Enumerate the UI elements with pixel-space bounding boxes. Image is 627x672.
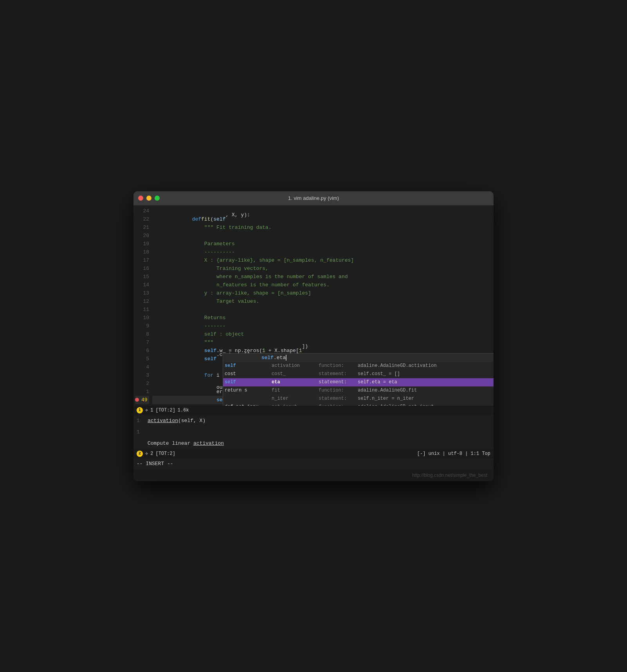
ln-10: 10 — [135, 314, 149, 322]
ln-8: 8 — [135, 330, 149, 338]
ln-12: 12 — [135, 297, 149, 305]
ac-item-2[interactable]: cost cost_ statement: self.cost_ = [] — [223, 370, 494, 378]
code-line-21: """ Fit training data. — [152, 223, 494, 232]
preview-activation-2: activation — [193, 440, 224, 446]
ln-49-active: 49 — [135, 396, 149, 404]
ac-item-6[interactable]: def net_inpu net_input function: adaline… — [223, 403, 494, 406]
maximize-button[interactable] — [155, 196, 160, 201]
ln-18: 18 — [135, 248, 149, 256]
status-bar-1: 1 ❖ 1 [TOT:2] 1.6k — [133, 406, 494, 415]
status-diamond-2: ❖ — [145, 451, 148, 456]
status-bar-2: 2 ❖ 2 [TOT:2] [-] unix | utf-8 | 1:1 Top — [133, 449, 494, 458]
ln-5: 5 — [135, 355, 149, 363]
status-tot-1: [TOT:2] — [155, 408, 175, 413]
ln-3: 3 — [135, 371, 149, 379]
insert-bar: -- INSERT -- — [133, 458, 494, 469]
ac-item-5[interactable]: n_iter statement: self.n_iter = n_iter — [223, 395, 494, 403]
ln-16: 16 — [135, 264, 149, 273]
status-right: [-] unix | utf-8 | 1:1 Top — [417, 451, 490, 456]
ln-14: 14 — [135, 281, 149, 289]
ln-7: 7 — [135, 338, 149, 347]
ln-24: 24 — [135, 207, 149, 215]
ln-19: 19 — [135, 240, 149, 248]
status-size-1: 1.6k — [178, 408, 189, 413]
ln-1: 1 — [135, 388, 149, 396]
editor-area: 24 22 21 20 19 18 17 16 15 14 13 12 11 1… — [133, 205, 494, 406]
ac-item-3-selected[interactable]: self eta statement: self.eta = eta — [223, 378, 494, 386]
preview-text-1: activation(self, X) — [148, 417, 205, 425]
window-title: 1. vim adaline.py (vim) — [288, 195, 339, 201]
watermark-url: http://blog.csdn.net/simple_the_best — [412, 473, 487, 478]
preview-area-1: 1 activation(self, X) — [133, 415, 494, 426]
ln-6: 6 — [135, 347, 149, 355]
ac-item-4[interactable]: return s fit function: adaline.AdalineGD… — [223, 386, 494, 395]
ln-22: 22 — [135, 215, 149, 223]
preview-text-2: Compute linear activation — [148, 439, 224, 447]
line-numbers: 24 22 21 20 19 18 17 16 15 14 13 12 11 1… — [133, 205, 152, 406]
close-button[interactable] — [138, 196, 143, 201]
code-line-24 — [152, 207, 494, 215]
ac-item-1[interactable]: self activation function: adaline.Adalin… — [223, 362, 494, 370]
vim-window: 1. vim adaline.py (vim) 24 22 21 20 19 1… — [133, 191, 494, 481]
ln-9: 9 — [135, 322, 149, 330]
code-area[interactable]: def fit(self, X, y): """ Fit training da… — [152, 205, 494, 406]
status-label-2: 2 — [150, 451, 153, 456]
ln-21: 21 — [135, 223, 149, 232]
status-encoding: [-] unix | utf-8 | 1:1 Top — [417, 451, 490, 456]
preview-ln-2 — [137, 439, 144, 447]
code-line-12: Target values. — [152, 297, 494, 305]
watermark: http://blog.csdn.net/simple_the_best — [133, 469, 494, 481]
titlebar: 1. vim adaline.py (vim) — [133, 191, 494, 205]
preview-ln-blank: 1 — [137, 428, 144, 436]
ln-13: 13 — [135, 289, 149, 297]
ln-20: 20 — [135, 232, 149, 240]
preview-area-2: Compute linear activation — [133, 438, 494, 449]
traffic-lights — [138, 196, 160, 201]
ln-11: 11 — [135, 305, 149, 314]
status-badge-1: 1 — [137, 407, 143, 413]
autocomplete-popup[interactable]: self.eta self activation function: adali… — [223, 353, 494, 406]
preview-ln-1: 1 — [137, 417, 144, 425]
preview-area-blank: 1 — [133, 426, 494, 438]
ln-4: 4 — [135, 363, 149, 371]
red-dot — [135, 398, 139, 402]
preview-activation: activation — [148, 418, 178, 424]
status-tot-2: [TOT:2] — [155, 451, 175, 456]
ln-2: 2 — [135, 379, 149, 388]
ln-17: 17 — [135, 256, 149, 264]
status-diamond-1: ❖ — [145, 407, 148, 413]
status-label-1: 1 — [150, 408, 153, 413]
insert-mode-label: -- INSERT -- — [137, 461, 173, 467]
status-badge-2: 2 — [137, 451, 143, 457]
ln-15: 15 — [135, 273, 149, 281]
minimize-button[interactable] — [146, 196, 151, 201]
